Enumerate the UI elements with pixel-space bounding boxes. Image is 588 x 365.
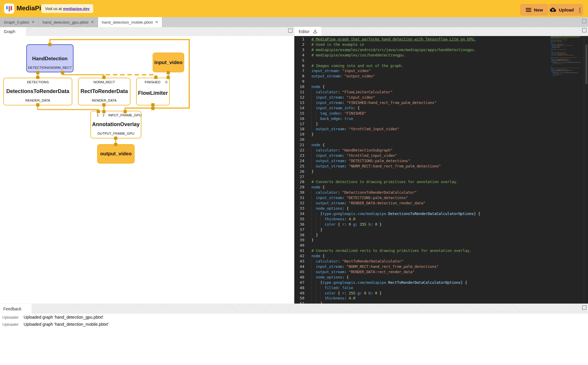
node-title: RectToRenderData [79, 88, 130, 94]
node-title: AnnotationOverlay [91, 121, 141, 128]
graph-canvas[interactable]: HandDetection DETECTIONS NORM_RECT input… [0, 36, 294, 304]
port-detections[interactable]: DETECTIONS [27, 80, 49, 84]
tab-editor-panel[interactable]: Editor [295, 27, 321, 36]
node-hand-detection[interactable]: HandDetection DETECTIONS NORM_RECT [26, 44, 74, 72]
node-title: input_video [153, 60, 184, 66]
tab-graph-0-pbtxt[interactable]: Graph_0.pbtxt × [0, 17, 39, 27]
panel-tab-strip [0, 27, 588, 36]
tab-graph-panel[interactable]: Graph [0, 27, 26, 36]
node-detections-to-render-data[interactable]: DETECTIONS DetectionsToRenderData RENDER… [3, 78, 72, 105]
tab-hand-detection-gpu-pbtxt[interactable]: hand_detection_gpu.pbtxt × [39, 17, 98, 27]
mediapipe-visualizer: { "header": { "app_title": "MediaPipe", … [0, 0, 588, 365]
port-render-data[interactable]: RENDER_DATA [92, 99, 117, 102]
mediapipe-dev-link[interactable]: mediapipe.dev [63, 6, 89, 11]
expand-graph-panel-icon[interactable] [288, 28, 293, 33]
tab-feedback-panel[interactable]: Feedback [0, 304, 32, 314]
tab-label: hand_detection_mobile.pbtxt [102, 20, 153, 25]
port-output-frame-gpu[interactable]: OUTPUT_FRAME_GPU [97, 132, 134, 135]
port-render-data[interactable]: RENDER_DATA [25, 99, 50, 102]
download-icon[interactable] [313, 29, 318, 34]
port-1[interactable]: 1 [97, 113, 99, 117]
top-bar: MediaPipe Visit us at mediapipe.dev New … [0, 0, 588, 17]
close-icon[interactable]: × [91, 20, 94, 25]
feedback-log: Uploader Uploaded graph 'hand_detection_… [0, 314, 588, 365]
scrollbar-thumb[interactable] [585, 44, 587, 84]
node-input-video[interactable]: input_video [153, 53, 184, 72]
editor-tab-label: Editor [299, 29, 310, 34]
minimap[interactable]: # MediaPipe graph that performs hand det… [551, 36, 583, 304]
tab-hand-detection-mobile-pbtxt[interactable]: hand_detection_mobile.pbtxt × [98, 17, 162, 27]
feedback-row: Uploader Uploaded graph 'hand_detection_… [2, 315, 103, 321]
port-norm-rect[interactable]: NORM_RECT [94, 80, 115, 84]
feedback-tab-label: Feedback [3, 307, 21, 311]
file-tab-strip: Graph_0.pbtxt × hand_detection_gpu.pbtxt… [0, 17, 588, 27]
logo-bar-gray [9, 6, 10, 12]
edge-detection-render-data [38, 105, 98, 112]
tab-label: hand_detection_gpu.pbtxt [43, 20, 88, 25]
port-detections[interactable]: DETECTIONS [28, 66, 50, 69]
more-options-icon[interactable]: ⋮ [577, 7, 583, 13]
graph-tab-label: Graph [4, 29, 15, 34]
new-button-label: New [534, 7, 543, 12]
upload-button[interactable]: Upload ⋮ [549, 4, 583, 15]
node-title: output_video [98, 151, 134, 157]
cloud-upload-icon [550, 7, 556, 12]
edge-back-edge-dashed [106, 75, 156, 77]
port-finished[interactable]: FINISHED [145, 80, 161, 84]
node-flow-limiter[interactable]: FINISHED 0 FlowLimiter [136, 78, 170, 105]
node-title: DetectionsToRenderData [4, 88, 72, 94]
node-output-video[interactable]: output_video [97, 144, 135, 164]
graph-edges [0, 36, 294, 304]
tab-label: Graph_0.pbtxt [4, 20, 29, 25]
feedback-source: Uploader [2, 315, 19, 320]
port-norm-rect[interactable]: NORM_RECT [50, 66, 72, 69]
code-editor[interactable]: 1# MediaPipe graph that performs hand de… [294, 36, 588, 304]
expand-feedback-panel-icon[interactable] [582, 305, 587, 310]
port-input-frame-gpu[interactable]: INPUT_FRAME_GPU [108, 113, 141, 117]
node-title: HandDetection [27, 56, 73, 62]
node-title: FlowLimiter [137, 90, 169, 96]
new-button[interactable]: New [520, 4, 548, 15]
expand-tabs-icon[interactable] [582, 19, 587, 23]
feedback-message: Uploaded graph 'hand_detection_gpu.pbtxt… [24, 315, 103, 320]
menu-icon [526, 8, 531, 12]
feedback-strip [0, 304, 588, 314]
logo-bar-blue [6, 6, 8, 9]
feedback-source: Uploader [2, 322, 19, 327]
logo-bar-red [11, 6, 12, 10]
code-lines[interactable]: 1# MediaPipe graph that performs hand de… [294, 37, 548, 304]
visit-text: Visit us at [45, 6, 62, 11]
edge-norm-rect [63, 73, 104, 77]
editor-scrollbar[interactable] [584, 36, 588, 304]
mediapipe-logo [4, 4, 14, 14]
port-0[interactable]: 0 [166, 80, 167, 84]
upload-button-label: Upload [559, 7, 574, 12]
close-icon[interactable]: × [155, 20, 158, 25]
visit-chip: Visit us at mediapipe.dev [41, 4, 93, 13]
feedback-message: Uploaded graph 'hand_detection_mobile.pb… [24, 322, 109, 327]
feedback-row: Uploader Uploaded graph 'hand_detection_… [2, 322, 109, 328]
port-2[interactable]: 2 [102, 113, 104, 117]
node-rect-to-render-data[interactable]: NORM_RECT RectToRenderData RENDER_DATA [78, 78, 130, 105]
node-annotation-overlay[interactable]: 1 2 INPUT_FRAME_GPU AnnotationOverlay OU… [90, 111, 141, 138]
close-icon[interactable]: × [32, 20, 35, 25]
expand-editor-panel-icon[interactable] [582, 28, 587, 32]
